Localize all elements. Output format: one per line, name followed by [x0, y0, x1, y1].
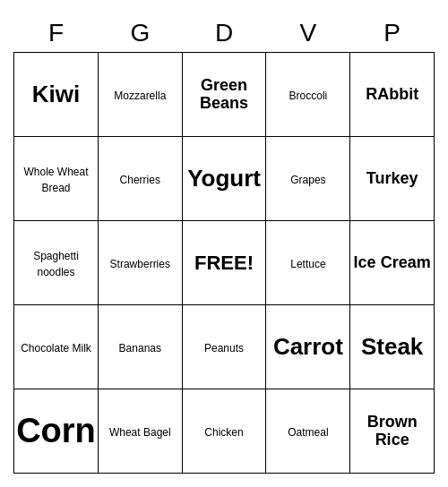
bingo-cell-r2-c3: Lettuce: [266, 221, 350, 305]
bingo-cell-r2-c1: Strawberries: [98, 221, 182, 305]
table-row: CornWheat BagelChickenOatmealBrown Rice: [14, 389, 435, 474]
column-header-p: P: [350, 13, 435, 53]
column-header-g: G: [98, 13, 182, 53]
bingo-cell-r0-c0: Kiwi: [14, 53, 99, 137]
bingo-cell-r1-c0: Whole Wheat Bread: [14, 137, 99, 221]
bingo-cell-r2-c4: Ice Cream: [350, 221, 435, 305]
bingo-cell-r0-c2: Green Beans: [182, 53, 266, 137]
bingo-cell-r3-c0: Chocolate Milk: [14, 305, 99, 389]
bingo-cell-r3-c3: Carrot: [266, 305, 350, 389]
bingo-table: FGDVP KiwiMozzarellaGreen BeansBroccoliR…: [13, 13, 435, 474]
table-row: Chocolate MilkBananasPeanutsCarrotSteak: [14, 305, 435, 389]
bingo-cell-r1-c2: Yogurt: [182, 137, 266, 221]
bingo-cell-r1-c3: Grapes: [266, 137, 350, 221]
table-row: Spaghetti noodlesStrawberriesFREE!Lettuc…: [14, 221, 435, 305]
bingo-cell-r4-c4: Brown Rice: [350, 389, 435, 474]
bingo-cell-r3-c1: Bananas: [98, 305, 182, 389]
bingo-cell-r0-c1: Mozzarella: [98, 53, 182, 137]
bingo-cell-r4-c2: Chicken: [182, 389, 266, 474]
bingo-cell-r2-c2: FREE!: [182, 221, 266, 305]
bingo-cell-r3-c4: Steak: [350, 305, 435, 389]
bingo-cell-r2-c0: Spaghetti noodles: [14, 221, 99, 305]
table-row: KiwiMozzarellaGreen BeansBroccoliRAbbit: [14, 53, 435, 137]
column-header-v: V: [266, 13, 350, 53]
bingo-cell-r1-c1: Cherries: [98, 137, 182, 221]
bingo-cell-r0-c3: Broccoli: [266, 53, 350, 137]
bingo-cell-r4-c0: Corn: [14, 389, 99, 474]
bingo-cell-r4-c1: Wheat Bagel: [98, 389, 182, 474]
table-row: Whole Wheat BreadCherriesYogurtGrapesTur…: [14, 137, 435, 221]
bingo-cell-r3-c2: Peanuts: [182, 305, 266, 389]
bingo-cell-r0-c4: RAbbit: [350, 53, 435, 137]
bingo-cell-r1-c4: Turkey: [350, 137, 435, 221]
column-header-d: D: [182, 13, 266, 53]
bingo-cell-r4-c3: Oatmeal: [266, 389, 350, 474]
column-header-f: F: [14, 13, 99, 53]
